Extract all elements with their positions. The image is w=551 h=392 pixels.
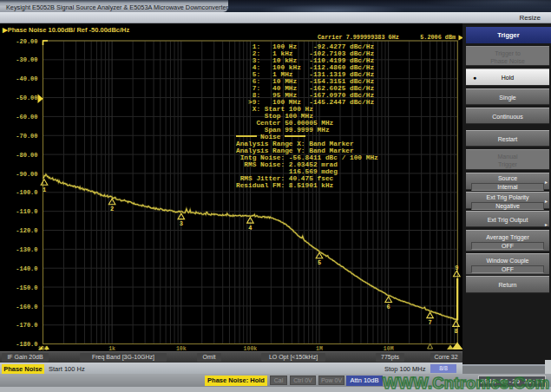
svg-text:1: 1 xyxy=(43,186,46,193)
svg-text:-150.0: -150.0 xyxy=(16,284,37,291)
svg-text:-30.00: -30.00 xyxy=(16,56,37,63)
svg-text:-110.0: -110.0 xyxy=(16,208,37,215)
svg-text:-20.00: -20.00 xyxy=(16,38,37,45)
svg-text:4: 4 xyxy=(248,225,252,232)
svg-text:7: 7 xyxy=(428,319,431,326)
svg-text:-170.0: -170.0 xyxy=(16,322,37,329)
svg-text:-130.0: -130.0 xyxy=(16,246,37,253)
svg-text:-90.00: -90.00 xyxy=(16,171,37,178)
svg-text:-160.0: -160.0 xyxy=(16,304,37,310)
svg-text:3: 3 xyxy=(180,220,183,227)
svg-text:8: 8 xyxy=(454,328,457,335)
svg-text:-140.0: -140.0 xyxy=(16,265,37,272)
svg-text:-180.0: -180.0 xyxy=(16,341,37,348)
svg-text:-80.00: -80.00 xyxy=(16,152,37,159)
svg-text:5: 5 xyxy=(318,259,321,266)
svg-text:2: 2 xyxy=(110,206,114,212)
svg-text:-120.0: -120.0 xyxy=(16,227,37,234)
svg-text:-70.00: -70.00 xyxy=(16,133,37,140)
svg-text:-60.00: -60.00 xyxy=(16,114,37,121)
svg-text:-100.0: -100.0 xyxy=(16,189,37,196)
svg-text:-50.00: -50.00 xyxy=(16,95,37,101)
svg-text:-40.00: -40.00 xyxy=(16,75,37,82)
svg-text:6: 6 xyxy=(387,304,390,310)
